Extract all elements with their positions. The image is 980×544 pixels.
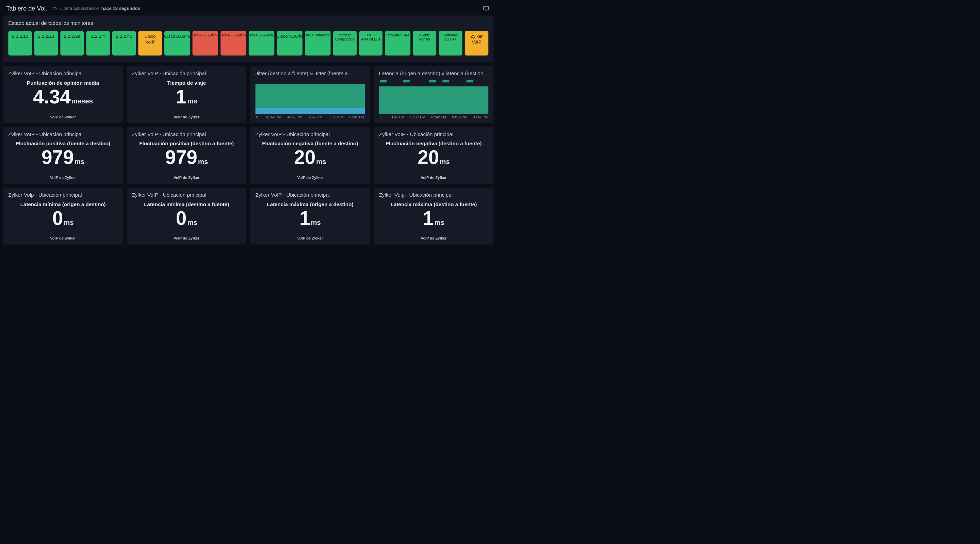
- monitor-tile-label: 2.2.2.29: [64, 33, 80, 39]
- dashboard-grid: Zvlker VoIP - Ubicación principalPuntuac…: [3, 66, 493, 245]
- monitor-tile-label: Zylker VoIP: [466, 33, 487, 45]
- metric-value-row: 0ms: [8, 208, 118, 233]
- refresh-status[interactable]: Última actualización hace 18 segundos: [52, 6, 140, 11]
- card-title: Zylker VoIP - Ubicación principal: [379, 131, 488, 137]
- metric-label: Fluctuación positiva (fuente a destino): [8, 141, 118, 146]
- axis-tick: I:..: [380, 115, 383, 119]
- card-title: Zylker VoIP - Ubicación principal: [256, 192, 365, 198]
- monitor-tile-label: Cisco360046: [164, 33, 190, 39]
- axis-tick: 03:12 PM: [328, 115, 343, 119]
- chart-card[interactable]: Latencia (origen a destino) y latencia (…: [374, 66, 493, 123]
- metric-card[interactable]: Zvlker VoIP - Ubicación principalFluctua…: [3, 127, 123, 184]
- card-title: Zvlker VoIP - Ubicación principal: [8, 71, 118, 76]
- monitor-tile[interactable]: RedHatlinux43: [385, 31, 410, 56]
- monitor-tile[interactable]: Fuente Monitor: [413, 31, 436, 56]
- monitor-tile[interactable]: 2.2.2.4: [86, 31, 110, 56]
- monitor-tile-label: 2.2.2.40: [116, 33, 132, 39]
- metric-value: 0: [52, 208, 63, 228]
- metric-card[interactable]: Zylker VoIP - Ubicación principalLatenci…: [250, 188, 370, 244]
- metric-unit: ms: [311, 219, 321, 227]
- metric-value: 979: [165, 148, 197, 167]
- page-title: Tablero de Vol.: [6, 5, 47, 12]
- monitor-tile[interactable]: ventanas 200044: [439, 31, 462, 56]
- axis-tick: 02:12 PM: [287, 115, 301, 119]
- monitor-tile[interactable]: Cisco VoIP: [138, 31, 162, 56]
- card-title: Latencia (origen a destino) y latencia (…: [379, 71, 488, 76]
- metric-value-row: 0ms: [132, 208, 241, 233]
- axis-tick: 03:42 PM: [350, 115, 364, 119]
- chart-card[interactable]: Jitter (destino a fuente) & Jitter (fuen…: [250, 66, 370, 123]
- monitor-tile[interactable]: 2.2.2.10: [8, 31, 32, 56]
- monitor-tile[interactable]: Cisco360046: [164, 31, 190, 56]
- chart-canvas: [256, 82, 365, 114]
- monitor-tile[interactable]: Cisco3750Switch26: [221, 31, 247, 56]
- axis-tick: 02:42 PM: [431, 115, 446, 119]
- metric-source: VoIP de Zylker: [256, 175, 365, 180]
- metric-label: Tiempo de viaje: [132, 80, 241, 86]
- monitor-tile-label: 2.2.2.10: [12, 33, 28, 39]
- card-title: Zylker VoIP - Ubicación principal: [132, 192, 241, 198]
- monitor-tile-label: RedHatlinux43: [386, 33, 409, 37]
- metric-card[interactable]: Zylker Volp - Ubicación principalLatenci…: [3, 188, 123, 244]
- metric-source: VoIP de Zylker: [132, 236, 241, 240]
- metric-card[interactable]: Zvlker VoIP - Ubicación principalPuntuac…: [3, 66, 123, 123]
- metric-card[interactable]: Zylker VoIP - Ubicación principalFluctua…: [250, 127, 370, 184]
- metric-card[interactable]: Zylker VoIP - Ubicación principalFluctua…: [374, 127, 493, 184]
- monitor-tile-label: Cisco3750Switch25: [190, 33, 221, 37]
- chart-x-axis: I:..01:42 PM02:12 PM02:42 PM03:12 PM03:4…: [256, 115, 365, 119]
- card-title: Zylker VolP - Ubicación principal: [132, 131, 241, 137]
- fullscreen-icon[interactable]: [483, 5, 489, 11]
- metric-value-row: 20ms: [379, 148, 488, 172]
- metric-label: Puntuación de opinión media: [8, 80, 118, 86]
- metric-label: Latencia mínima (destino a fuente): [132, 201, 241, 207]
- metric-card[interactable]: Zylker VolP - Ubicación principalFluctua…: [127, 127, 247, 184]
- metric-unit: meses: [72, 97, 93, 105]
- monitor-tile[interactable]: Cisco3750Switch25: [192, 31, 218, 56]
- axis-tick: 03:12 PM: [452, 115, 467, 119]
- metric-unit: ms: [187, 219, 197, 227]
- refresh-label: Última actualización: [59, 6, 99, 11]
- metric-value-row: 20ms: [256, 148, 365, 172]
- metric-value: 979: [41, 148, 74, 167]
- metric-source: VoIP de Zylker: [379, 175, 488, 180]
- monitor-tile-label: 2.2.2.23: [38, 33, 54, 39]
- metric-card[interactable]: Zylker Volp - Ubicación principalLatenci…: [374, 188, 493, 244]
- metric-value: 20: [417, 148, 439, 167]
- metric-unit: ms: [64, 219, 73, 227]
- metric-unit: ms: [440, 158, 450, 166]
- metric-source: VoIP de Zylker: [8, 175, 118, 180]
- monitor-tile[interactable]: fortificar Cortafuegos: [333, 31, 356, 56]
- monitor-tile-label: Cisco3750Switch26: [218, 33, 248, 37]
- axis-tick: 03:42 PM: [473, 115, 488, 119]
- monitor-tile-label: Cisco760048: [277, 33, 303, 39]
- metric-unit: ms: [187, 97, 197, 105]
- svg-rect-0: [484, 6, 488, 10]
- monitor-tile[interactable]: 2.2.2.40: [112, 31, 136, 56]
- monitor-tile-label: PKL-AMARILLO1: [360, 33, 381, 41]
- metric-unit: ms: [316, 158, 326, 166]
- metric-label: Latencia mínima (origen a destino): [8, 201, 118, 207]
- monitor-tile[interactable]: Zylker VoIP: [465, 31, 488, 56]
- metric-value: 1: [176, 87, 187, 107]
- metric-value: 0: [176, 208, 187, 228]
- monitor-tile[interactable]: 2.2.2.29: [60, 31, 84, 56]
- monitor-tile-label: CiscoPIXCortafuegos47: [299, 33, 336, 37]
- monitor-row: 2.2.2.102.2.2.232.2.2.292.2.2.42.2.2.40C…: [8, 31, 488, 56]
- monitor-tile[interactable]: CiscoPIXCortafuegos47: [305, 31, 331, 56]
- refresh-icon[interactable]: [52, 6, 57, 11]
- metric-value: 4.34: [33, 87, 70, 107]
- monitor-tile[interactable]: Cisco3750Switch36: [249, 31, 275, 56]
- monitor-tile[interactable]: PKL-AMARILLO1: [359, 31, 382, 56]
- metric-card[interactable]: Zylker VolP - Ubicación principalTiempo …: [127, 66, 247, 123]
- axis-tick: I:..: [256, 115, 260, 119]
- card-title: Zylker Volp - Ubicación principal: [379, 192, 488, 198]
- card-title: Zylker VoIP - Ubicación principal: [256, 131, 365, 137]
- chart-area: I:..01:42 PM02:12 PM02:42 PM03:12 PM03:4…: [256, 80, 365, 119]
- metric-value-row: 4.34meses: [8, 87, 118, 111]
- metric-card[interactable]: Zylker VoIP - Ubicación principalLatenci…: [127, 188, 247, 244]
- metric-value-row: 979ms: [132, 148, 241, 172]
- monitor-tile[interactable]: 2.2.2.23: [34, 31, 58, 56]
- metric-source: VoIP de Zylker: [256, 236, 365, 240]
- metric-value-row: 1ms: [379, 208, 488, 233]
- monitor-tile[interactable]: Cisco760048: [277, 31, 302, 56]
